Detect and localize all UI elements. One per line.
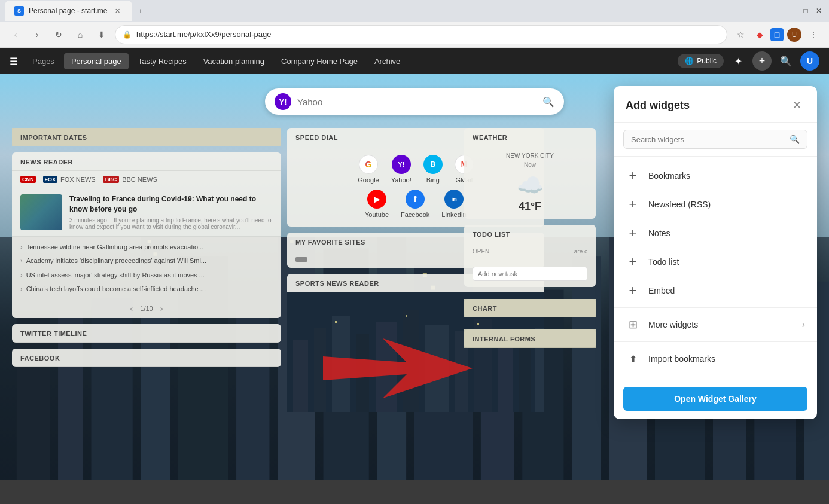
dial-bing[interactable]: B Bing [423, 155, 443, 184]
widget-item-embed[interactable]: + Embed [614, 276, 817, 305]
dial-google[interactable]: G Google [358, 155, 379, 184]
left-column: IMPORTANT DATES NEWS READER CNN FOX FOX … [12, 128, 281, 367]
nav-tab-company-home[interactable]: Company Home Page [274, 53, 365, 69]
fox-logo: FOX [43, 176, 58, 183]
news-item[interactable]: China's tech layoffs could become a self… [20, 282, 273, 296]
news-tabs: CNN FOX FOX NEWS BBC BBC NEWS [12, 171, 281, 188]
search-input[interactable] [297, 97, 537, 107]
news-tab-cnn[interactable]: CNN [20, 176, 36, 183]
profile-button[interactable]: U [786, 26, 803, 43]
url-input[interactable]: 🔒 https://start.me/p/kxlXx9/personal-pag… [115, 25, 727, 44]
news-tab-foxnews[interactable]: FOX FOX NEWS [43, 176, 96, 183]
news-item[interactable]: Tennessee wildfire near Gatlinburg area … [20, 240, 273, 254]
youtube-label: Youtube [365, 211, 389, 218]
internal-forms-widget: INTERNAL FORMS [464, 329, 596, 348]
weather-city: NEW YORK CITY [473, 152, 587, 159]
new-tab-icon: ＋ [137, 6, 144, 16]
reload-button[interactable]: ↻ [50, 26, 67, 43]
menu-button[interactable]: ⋮ [805, 26, 822, 43]
theme-button[interactable]: ✦ [729, 51, 748, 71]
pages-label: Pages [25, 53, 62, 69]
facebook-dial-icon: f [406, 190, 425, 209]
dial-facebook[interactable]: f Facebook [401, 190, 429, 218]
hamburger-menu[interactable]: ☰ [10, 56, 18, 67]
next-page-button[interactable]: › [160, 304, 163, 313]
todo-list-widget: TODO LIST OPEN are c [464, 225, 596, 287]
panel-close-button[interactable]: ✕ [788, 97, 805, 114]
more-widgets-icon: ⊞ [626, 317, 640, 332]
chart-header: CHART [464, 299, 596, 317]
svg-rect-38 [519, 346, 531, 412]
news-article-main[interactable]: Traveling to France during Covid-19: Wha… [12, 188, 281, 237]
todo-share-label: are c [574, 248, 587, 255]
svg-marker-43 [323, 338, 473, 398]
news-item[interactable]: Academy initiates 'disciplinary proceedi… [20, 254, 273, 268]
dial-linkedin[interactable]: in LinkedIn [441, 190, 467, 218]
news-item[interactable]: US intel assess 'major' strategy shift b… [20, 268, 273, 282]
panel-search-box[interactable]: 🔍 [623, 130, 807, 149]
pwa-button[interactable]: □ [770, 28, 784, 41]
newsfeed-add-icon: + [626, 197, 640, 212]
add-widget-button[interactable]: + [752, 51, 772, 71]
internal-forms-title: INTERNAL FORMS [473, 335, 535, 343]
bbc-logo: BBC [103, 176, 120, 183]
tab-title: Personal page - start.me [29, 7, 107, 15]
bbc-label: BBC NEWS [122, 176, 157, 183]
prev-page-button[interactable]: ‹ [130, 304, 133, 313]
yahoo-icon: Y! [275, 93, 291, 110]
search-icon[interactable]: 🔍 [542, 96, 554, 108]
maximize-button[interactable]: □ [800, 5, 811, 16]
nav-tab-archive[interactable]: Archive [367, 53, 407, 69]
back-button[interactable]: ‹ [7, 26, 24, 43]
widget-item-todo[interactable]: + Todo list [614, 248, 817, 276]
widget-item-newsfeed[interactable]: + Newsfeed (RSS) [614, 190, 817, 219]
minimize-button[interactable]: ─ [787, 5, 798, 16]
forward-button[interactable]: › [29, 26, 45, 43]
nav-tab-personal-page[interactable]: Personal page [64, 53, 129, 69]
article-meta: 3 minutes ago – If you're planning a tri… [69, 217, 273, 230]
add-widgets-panel: Add widgets ✕ 🔍 + Bookmarks + Newsfeed (… [614, 86, 817, 419]
news-tab-bbc[interactable]: BBC BBC NEWS [103, 176, 157, 183]
weather-icon: ☁️ [473, 173, 587, 198]
address-bar-actions: ☆ ◆ □ U ⋮ [732, 26, 822, 43]
twitter-timeline-title: TWITTER TIMELINE [20, 330, 87, 337]
dial-youtube[interactable]: ▶ Youtube [365, 190, 389, 218]
download-button[interactable]: ⬇ [93, 26, 110, 43]
facebook-label: Facebook [401, 211, 429, 218]
todo-add-input[interactable] [473, 267, 587, 281]
linkedin-icon: in [444, 190, 464, 209]
bookmarks-add-icon: + [626, 169, 640, 183]
chart-title: CHART [473, 305, 497, 312]
svg-rect-28 [293, 340, 308, 412]
nav-tab-vacation-planning[interactable]: Vacation planning [196, 53, 272, 69]
cnn-logo: CNN [20, 176, 36, 183]
widget-item-notes[interactable]: + Notes [614, 219, 817, 248]
widget-item-more[interactable]: ⊞ More widgets › [614, 310, 817, 339]
open-gallery-button[interactable]: Open Widget Gallery [623, 387, 807, 411]
browser-tab[interactable]: S Personal page - start.me ✕ [5, 1, 132, 21]
yahoo-dial-icon: Y! [392, 155, 411, 174]
extensions-button[interactable]: ◆ [751, 26, 768, 43]
panel-search-input[interactable] [631, 135, 785, 144]
url-text: https://start.me/p/kxlXx9/personal-page [136, 30, 271, 39]
sports-news-title: SPORTS NEWS READER [295, 280, 379, 287]
news-reader-title: NEWS READER [20, 158, 73, 166]
close-button[interactable]: ✕ [813, 5, 824, 16]
important-dates-widget: IMPORTANT DATES [12, 128, 281, 146]
tab-close-button[interactable]: ✕ [112, 5, 123, 16]
twitter-timeline-widget: TWITTER TIMELINE [12, 324, 281, 343]
new-tab-button[interactable]: ＋ [137, 1, 159, 21]
widget-item-bookmarks[interactable]: + Bookmarks [614, 161, 817, 190]
linkedin-label: LinkedIn [441, 211, 467, 218]
embed-add-icon: + [626, 283, 640, 298]
nav-tab-tasty-recipes[interactable]: Tasty Recipes [131, 53, 194, 69]
svg-rect-41 [406, 315, 407, 317]
todo-open-label: OPEN [473, 248, 489, 255]
search-button[interactable]: 🔍 [776, 51, 796, 71]
widget-item-import[interactable]: ⬆ Import bookmarks [614, 344, 817, 373]
dial-yahoo[interactable]: Y! Yahoo! [391, 155, 412, 184]
user-avatar[interactable]: U [800, 51, 819, 71]
star-button[interactable]: ☆ [732, 26, 749, 43]
public-button[interactable]: 🌐 Public [678, 54, 724, 68]
home-button[interactable]: ⌂ [72, 26, 89, 43]
